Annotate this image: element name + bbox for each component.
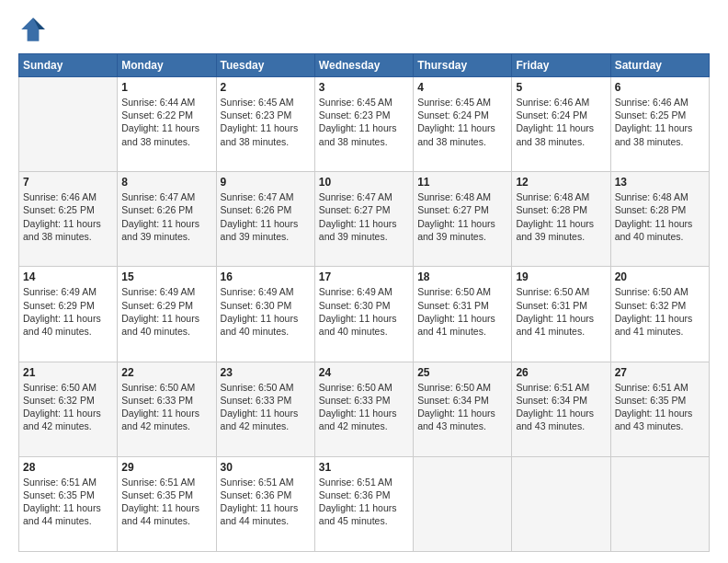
calendar-cell bbox=[610, 456, 709, 551]
calendar-week-row: 1Sunrise: 6:44 AMSunset: 6:22 PMDaylight… bbox=[19, 77, 710, 172]
day-number: 6 bbox=[615, 81, 705, 94]
day-number: 14 bbox=[23, 270, 113, 283]
calendar-cell: 5Sunrise: 6:46 AMSunset: 6:24 PMDaylight… bbox=[512, 77, 610, 172]
day-info: Sunrise: 6:48 AMSunset: 6:27 PMDaylight:… bbox=[417, 190, 507, 243]
calendar-cell: 20Sunrise: 6:50 AMSunset: 6:32 PMDayligh… bbox=[610, 267, 709, 362]
day-info: Sunrise: 6:48 AMSunset: 6:28 PMDaylight:… bbox=[516, 190, 606, 243]
day-number: 8 bbox=[121, 176, 211, 189]
calendar-cell: 21Sunrise: 6:50 AMSunset: 6:32 PMDayligh… bbox=[19, 362, 118, 456]
calendar-header-row: SundayMondayTuesdayWednesdayThursdayFrid… bbox=[19, 54, 710, 77]
day-info: Sunrise: 6:50 AMSunset: 6:33 PMDaylight:… bbox=[121, 381, 211, 433]
header bbox=[18, 15, 710, 44]
calendar-cell: 27Sunrise: 6:51 AMSunset: 6:35 PMDayligh… bbox=[610, 362, 709, 456]
day-number: 25 bbox=[417, 366, 507, 379]
day-info: Sunrise: 6:47 AMSunset: 6:27 PMDaylight:… bbox=[319, 190, 409, 243]
day-info: Sunrise: 6:49 AMSunset: 6:30 PMDaylight:… bbox=[319, 285, 409, 338]
day-number: 31 bbox=[319, 461, 409, 474]
calendar-cell: 31Sunrise: 6:51 AMSunset: 6:36 PMDayligh… bbox=[314, 456, 413, 551]
calendar-cell: 13Sunrise: 6:48 AMSunset: 6:28 PMDayligh… bbox=[610, 172, 709, 267]
day-info: Sunrise: 6:51 AMSunset: 6:35 PMDaylight:… bbox=[121, 476, 211, 528]
calendar-cell: 18Sunrise: 6:50 AMSunset: 6:31 PMDayligh… bbox=[414, 267, 512, 362]
calendar-week-row: 28Sunrise: 6:51 AMSunset: 6:35 PMDayligh… bbox=[19, 456, 710, 551]
day-number: 10 bbox=[319, 176, 409, 189]
day-info: Sunrise: 6:48 AMSunset: 6:28 PMDaylight:… bbox=[615, 190, 705, 243]
calendar-week-row: 7Sunrise: 6:46 AMSunset: 6:25 PMDaylight… bbox=[19, 172, 710, 267]
day-number: 20 bbox=[615, 270, 705, 283]
calendar-cell: 7Sunrise: 6:46 AMSunset: 6:25 PMDaylight… bbox=[19, 172, 118, 267]
day-number: 16 bbox=[221, 270, 311, 283]
day-info: Sunrise: 6:44 AMSunset: 6:22 PMDaylight:… bbox=[121, 96, 211, 148]
day-number: 12 bbox=[516, 176, 606, 189]
day-number: 21 bbox=[23, 366, 113, 379]
calendar-cell bbox=[512, 456, 610, 551]
calendar-cell: 3Sunrise: 6:45 AMSunset: 6:23 PMDaylight… bbox=[314, 77, 413, 172]
day-info: Sunrise: 6:51 AMSunset: 6:35 PMDaylight:… bbox=[615, 381, 705, 433]
day-number: 13 bbox=[615, 176, 705, 189]
day-number: 28 bbox=[23, 461, 113, 474]
day-of-week-header: Monday bbox=[118, 54, 216, 77]
day-number: 11 bbox=[417, 176, 507, 189]
day-info: Sunrise: 6:47 AMSunset: 6:26 PMDaylight:… bbox=[221, 190, 311, 243]
day-of-week-header: Tuesday bbox=[216, 54, 314, 77]
logo-icon bbox=[18, 15, 48, 44]
day-info: Sunrise: 6:51 AMSunset: 6:35 PMDaylight:… bbox=[23, 476, 113, 528]
calendar-cell: 22Sunrise: 6:50 AMSunset: 6:33 PMDayligh… bbox=[118, 362, 216, 456]
day-number: 19 bbox=[516, 270, 606, 283]
calendar-week-row: 21Sunrise: 6:50 AMSunset: 6:32 PMDayligh… bbox=[19, 362, 710, 456]
day-number: 23 bbox=[221, 366, 311, 379]
calendar-cell: 8Sunrise: 6:47 AMSunset: 6:26 PMDaylight… bbox=[118, 172, 216, 267]
day-number: 7 bbox=[23, 176, 113, 189]
logo bbox=[18, 15, 51, 44]
calendar-cell: 11Sunrise: 6:48 AMSunset: 6:27 PMDayligh… bbox=[414, 172, 512, 267]
day-number: 3 bbox=[319, 81, 409, 94]
day-info: Sunrise: 6:45 AMSunset: 6:23 PMDaylight:… bbox=[319, 96, 409, 148]
day-info: Sunrise: 6:46 AMSunset: 6:24 PMDaylight:… bbox=[516, 96, 606, 148]
day-number: 22 bbox=[121, 366, 211, 379]
calendar-cell: 2Sunrise: 6:45 AMSunset: 6:23 PMDaylight… bbox=[216, 77, 314, 172]
day-number: 2 bbox=[221, 81, 311, 94]
calendar-week-row: 14Sunrise: 6:49 AMSunset: 6:29 PMDayligh… bbox=[19, 267, 710, 362]
calendar-cell: 26Sunrise: 6:51 AMSunset: 6:34 PMDayligh… bbox=[512, 362, 610, 456]
calendar-cell: 28Sunrise: 6:51 AMSunset: 6:35 PMDayligh… bbox=[19, 456, 118, 551]
day-info: Sunrise: 6:50 AMSunset: 6:32 PMDaylight:… bbox=[615, 285, 705, 338]
day-number: 26 bbox=[516, 366, 606, 379]
day-number: 18 bbox=[417, 270, 507, 283]
day-info: Sunrise: 6:51 AMSunset: 6:34 PMDaylight:… bbox=[516, 381, 606, 433]
calendar-cell: 4Sunrise: 6:45 AMSunset: 6:24 PMDaylight… bbox=[414, 77, 512, 172]
calendar-cell: 30Sunrise: 6:51 AMSunset: 6:36 PMDayligh… bbox=[216, 456, 314, 551]
calendar-cell: 29Sunrise: 6:51 AMSunset: 6:35 PMDayligh… bbox=[118, 456, 216, 551]
day-info: Sunrise: 6:50 AMSunset: 6:34 PMDaylight:… bbox=[417, 381, 507, 433]
calendar-cell: 10Sunrise: 6:47 AMSunset: 6:27 PMDayligh… bbox=[314, 172, 413, 267]
day-number: 5 bbox=[516, 81, 606, 94]
day-of-week-header: Saturday bbox=[610, 54, 709, 77]
page: SundayMondayTuesdayWednesdayThursdayFrid… bbox=[0, 0, 728, 563]
day-info: Sunrise: 6:50 AMSunset: 6:31 PMDaylight:… bbox=[417, 285, 507, 338]
day-number: 1 bbox=[121, 81, 211, 94]
day-info: Sunrise: 6:46 AMSunset: 6:25 PMDaylight:… bbox=[615, 96, 705, 148]
calendar-cell: 25Sunrise: 6:50 AMSunset: 6:34 PMDayligh… bbox=[414, 362, 512, 456]
day-info: Sunrise: 6:49 AMSunset: 6:30 PMDaylight:… bbox=[221, 285, 311, 338]
calendar-cell: 1Sunrise: 6:44 AMSunset: 6:22 PMDaylight… bbox=[118, 77, 216, 172]
day-of-week-header: Friday bbox=[512, 54, 610, 77]
day-info: Sunrise: 6:50 AMSunset: 6:33 PMDaylight:… bbox=[221, 381, 311, 433]
day-info: Sunrise: 6:49 AMSunset: 6:29 PMDaylight:… bbox=[23, 285, 113, 338]
day-number: 9 bbox=[221, 176, 311, 189]
calendar-cell: 15Sunrise: 6:49 AMSunset: 6:29 PMDayligh… bbox=[118, 267, 216, 362]
calendar-cell: 9Sunrise: 6:47 AMSunset: 6:26 PMDaylight… bbox=[216, 172, 314, 267]
calendar-table: SundayMondayTuesdayWednesdayThursdayFrid… bbox=[18, 53, 710, 552]
calendar-cell: 17Sunrise: 6:49 AMSunset: 6:30 PMDayligh… bbox=[314, 267, 413, 362]
day-number: 29 bbox=[121, 461, 211, 474]
day-info: Sunrise: 6:50 AMSunset: 6:31 PMDaylight:… bbox=[516, 285, 606, 338]
calendar-cell: 14Sunrise: 6:49 AMSunset: 6:29 PMDayligh… bbox=[19, 267, 118, 362]
day-info: Sunrise: 6:51 AMSunset: 6:36 PMDaylight:… bbox=[319, 476, 409, 528]
day-info: Sunrise: 6:45 AMSunset: 6:24 PMDaylight:… bbox=[417, 96, 507, 148]
calendar-cell: 12Sunrise: 6:48 AMSunset: 6:28 PMDayligh… bbox=[512, 172, 610, 267]
day-info: Sunrise: 6:45 AMSunset: 6:23 PMDaylight:… bbox=[221, 96, 311, 148]
calendar-cell: 23Sunrise: 6:50 AMSunset: 6:33 PMDayligh… bbox=[216, 362, 314, 456]
calendar-cell: 16Sunrise: 6:49 AMSunset: 6:30 PMDayligh… bbox=[216, 267, 314, 362]
day-info: Sunrise: 6:49 AMSunset: 6:29 PMDaylight:… bbox=[121, 285, 211, 338]
day-info: Sunrise: 6:50 AMSunset: 6:33 PMDaylight:… bbox=[319, 381, 409, 433]
calendar-cell: 19Sunrise: 6:50 AMSunset: 6:31 PMDayligh… bbox=[512, 267, 610, 362]
day-info: Sunrise: 6:47 AMSunset: 6:26 PMDaylight:… bbox=[121, 190, 211, 243]
day-of-week-header: Sunday bbox=[19, 54, 118, 77]
